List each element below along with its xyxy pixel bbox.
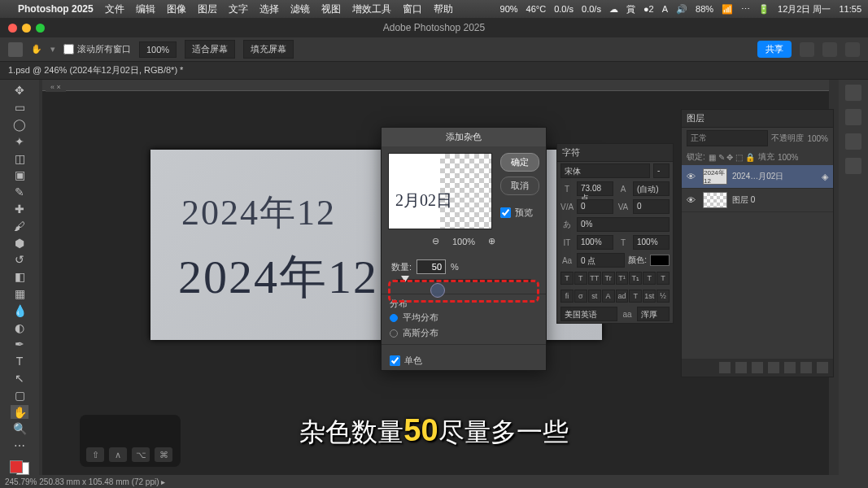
italic-button[interactable]: T [574,272,587,285]
slider-handle[interactable] [401,276,409,282]
menu-file[interactable]: 文件 [105,2,124,16]
foreground-color[interactable] [10,460,23,473]
dodge-tool[interactable]: ◐ [11,320,28,334]
menu-image[interactable]: 图像 [167,2,186,16]
zoom-out-icon[interactable]: ⊖ [432,236,439,246]
panel-icon-3[interactable] [845,133,861,150]
opacity-value[interactable]: 100% [807,134,828,143]
antialiasing-select[interactable]: 浑厚 [637,307,670,321]
document-tab[interactable]: 1.psd @ 246% (2024年12月02日, RGB/8*) * [8,64,183,76]
font-size-input[interactable]: 73.08 点 [577,181,613,196]
status-sound-icon[interactable]: 🔊 [676,4,687,15]
layer-row-1[interactable]: 👁 2024年12 2024…月02日 ◈ [682,165,833,189]
layer-name[interactable]: 图层 0 [732,194,828,206]
menu-help[interactable]: 帮助 [434,2,453,16]
leading-input[interactable]: (自动) [633,181,670,196]
status-notif[interactable]: ●2 [643,4,654,14]
layer-visibility-icon[interactable]: 👁 [687,172,698,181]
search-icon[interactable] [800,42,814,57]
share-button[interactable]: 共享 [757,41,792,58]
layer-row-2[interactable]: 👁 图层 0 [682,189,833,212]
status-battery-icon[interactable]: 🔋 [758,4,770,15]
pen-tool[interactable]: ✒ [11,338,28,351]
layer-mask-icon[interactable] [752,362,763,373]
status-time[interactable]: 11:55 [839,4,861,14]
hand-tool[interactable]: ✋ [11,405,28,419]
crop-tool[interactable]: ◫ [11,151,28,165]
panel-icon-4[interactable] [845,158,861,174]
fit-screen-button[interactable]: 适合屏幕 [185,40,235,59]
home-button[interactable] [8,42,23,57]
monochrome-checkbox[interactable]: 单色 [390,355,538,367]
adjustment-layer-icon[interactable] [768,362,779,373]
hand-tool-icon[interactable]: ✋ [31,44,42,54]
status-more-icon[interactable]: ⋯ [741,4,750,15]
subscript-button[interactable]: T₁ [629,272,642,285]
fill-value[interactable]: 100% [778,153,799,162]
smallcaps-button[interactable]: Tr [602,272,615,285]
menu-window[interactable]: 窗口 [403,2,422,16]
panel-icon-2[interactable] [845,109,861,125]
lasso-tool[interactable]: ◯ [11,118,28,132]
menu-plugins[interactable]: 增效工具 [352,2,391,16]
strike-button[interactable]: T [656,272,670,285]
kerning-input[interactable]: 0 [577,199,613,214]
amount-input[interactable]: 50 [417,259,446,274]
layers-panel-title[interactable]: 图层 [682,110,833,128]
status-cloud-icon[interactable]: ☁ [609,4,618,15]
minimize-window-button[interactable] [22,24,31,33]
workspace-icon[interactable] [845,42,860,57]
caps-button[interactable]: TT [588,272,601,285]
panel-icon-1[interactable] [845,85,861,101]
zoom-in-icon[interactable]: ⊕ [488,236,495,246]
new-layer-icon[interactable] [800,362,812,373]
gradient-tool[interactable]: ▦ [11,287,28,301]
preview-checkbox[interactable]: 预览 [500,207,539,219]
fill-screen-button[interactable]: 填充屏幕 [243,40,294,59]
type-tool[interactable]: T [11,355,28,368]
blend-mode-select[interactable]: 正常 [687,130,768,146]
underline-button[interactable]: T [643,272,656,285]
path-tool[interactable]: ↖ [11,372,28,386]
layer-visibility-icon[interactable]: 👁 [687,195,698,205]
eyedropper-tool[interactable]: ✎ [11,185,28,199]
heal-tool[interactable]: ✚ [11,203,28,216]
status-wifi-icon[interactable]: 📶 [722,4,733,15]
font-family-select[interactable]: 宋体 [560,163,650,178]
superscript-button[interactable]: T¹ [616,272,629,285]
close-window-button[interactable] [8,24,17,33]
eraser-tool[interactable]: ◧ [11,270,28,284]
status-text[interactable]: 245.79% 250.83 mm x 105.48 mm (72 ppi) ▸ [5,477,165,486]
zoom-window-button[interactable] [36,24,45,33]
brush-tool[interactable]: 🖌 [11,219,28,233]
bold-button[interactable]: T [560,272,574,285]
gaussian-radio[interactable]: 高斯分布 [390,325,538,341]
status-date[interactable]: 12月2日 周一 [778,3,831,15]
delete-layer-icon[interactable] [817,362,828,373]
color-swatches[interactable] [10,460,29,475]
zoom-100-button[interactable]: 100% [139,41,177,58]
edit-toolbar[interactable]: ⋯ [11,439,28,453]
zoom-tool[interactable]: 🔍 [11,422,28,436]
layer-name[interactable]: 2024…月02日 [732,171,817,182]
layer-thumbnail[interactable]: 2024年12 [703,168,727,185]
text-color-swatch[interactable] [650,255,670,266]
preview-area[interactable]: 2月02日 [388,153,492,229]
frame-tool[interactable]: ▣ [11,168,28,182]
wand-tool[interactable]: ✦ [11,134,28,148]
stamp-tool[interactable]: ⬢ [11,236,28,250]
status-a[interactable]: A [662,4,668,14]
menu-select[interactable]: 选择 [260,2,279,16]
hscale-input[interactable]: 100% [633,235,670,250]
amount-slider[interactable] [396,279,531,282]
menu-view[interactable]: 视图 [321,2,341,16]
menu-filter[interactable]: 滤镜 [290,2,310,16]
menu-layer[interactable]: 图层 [198,2,217,16]
ok-button[interactable]: 确定 [500,153,539,172]
help-icon[interactable] [822,42,837,57]
blur-tool[interactable]: 💧 [11,303,28,317]
app-name[interactable]: Photoshop 2025 [18,3,94,15]
scale-input[interactable]: 0% [577,217,670,232]
layer-group-icon[interactable] [784,362,796,373]
cancel-button[interactable]: 取消 [500,176,539,195]
